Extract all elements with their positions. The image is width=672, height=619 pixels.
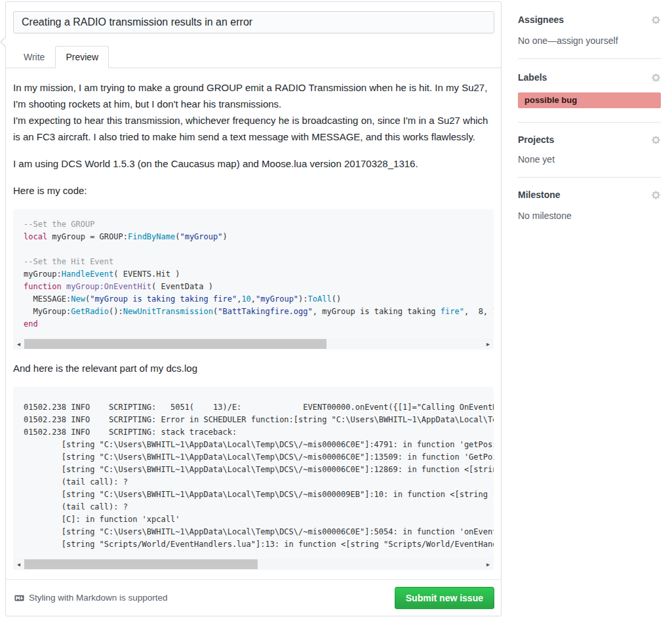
tab-write[interactable]: Write (13, 46, 55, 68)
lua-code: --Set the GROUPlocal myGroup = GROUP:Fin… (24, 218, 494, 330)
comment-box-caret-fill (1, 37, 6, 47)
paragraph-mission: In my mission, I am trying to make a gro… (13, 79, 494, 145)
preview-rendered-body: In my mission, I am trying to make a gro… (6, 68, 501, 570)
paragraph-code-intro: Here is my code: (13, 182, 494, 199)
sidebar-divider (518, 58, 661, 59)
issue-sidebar: Assignees No one—assign yourself Labels … (518, 0, 661, 221)
gear-icon[interactable] (651, 73, 661, 83)
assignees-title: Assignees (518, 14, 564, 25)
log-scrollbar-thumb[interactable] (24, 559, 258, 569)
write-preview-tabnav: WritePreview (6, 45, 501, 68)
markdown-supported-link[interactable]: Styling with Markdown is supported (14, 593, 168, 603)
dcs-log-block: 01502.238 INFO SCRIPTING: 5051( 13)/E: E… (13, 387, 494, 570)
assignees-value: No one—assign yourself (518, 35, 661, 46)
log-scrollbar-track[interactable] (24, 559, 483, 570)
scroll-left-arrow-icon[interactable]: ◂ (13, 338, 24, 349)
paragraph-versions: I am using DCS World 1.5.3 (on the Cauca… (13, 155, 494, 172)
assign-yourself-link[interactable]: assign yourself (557, 35, 618, 46)
scroll-left-arrow-icon[interactable]: ◂ (13, 559, 24, 570)
labels-section-header[interactable]: Labels (518, 72, 661, 83)
code-scrollbar-track[interactable] (24, 338, 483, 349)
paragraph-mission-line1: In my mission, I am trying to make a gro… (13, 82, 487, 110)
code-scrollbar-thumb[interactable] (24, 339, 326, 349)
issue-form-box: WritePreview In my mission, I am trying … (5, 1, 502, 616)
projects-section-header[interactable]: Projects (518, 134, 661, 145)
dcs-log-text: 01502.238 INFO SCRIPTING: 5051( 13)/E: E… (24, 401, 494, 551)
sidebar-divider (518, 122, 661, 123)
form-footer: Styling with Markdown is supported Submi… (6, 579, 501, 616)
assignees-no-one-text: No one— (518, 35, 557, 46)
milestone-section-header[interactable]: Milestone (518, 190, 661, 200)
assignees-section-header[interactable]: Assignees (518, 14, 661, 25)
sidebar-divider (518, 177, 661, 178)
gear-icon[interactable] (651, 190, 661, 200)
milestone-title: Milestone (518, 190, 561, 200)
paragraph-mission-line2: I'm expecting to hear this transmission,… (13, 115, 488, 142)
markdown-icon (14, 593, 25, 603)
milestone-value: No milestone (518, 210, 661, 221)
gear-icon[interactable] (651, 135, 661, 145)
submit-new-issue-button[interactable]: Submit new issue (395, 587, 494, 609)
code-horizontal-scrollbar[interactable]: ◂ ▸ (13, 338, 494, 349)
tab-preview[interactable]: Preview (55, 46, 109, 68)
labels-title: Labels (518, 72, 547, 83)
issue-title-input[interactable] (13, 11, 494, 33)
label-possible-bug: possible bug (518, 92, 661, 108)
projects-title: Projects (518, 134, 554, 145)
paragraph-log-intro: And here is the relevant part of my dcs.… (13, 360, 494, 376)
scroll-right-arrow-icon[interactable]: ▸ (483, 338, 494, 349)
gear-icon[interactable] (651, 15, 661, 25)
projects-value: None yet (518, 154, 661, 165)
scroll-right-arrow-icon[interactable]: ▸ (483, 559, 494, 570)
markdown-supported-label: Styling with Markdown is supported (29, 593, 168, 603)
lua-code-block: --Set the GROUPlocal myGroup = GROUP:Fin… (13, 209, 494, 349)
log-horizontal-scrollbar[interactable]: ◂ ▸ (13, 559, 494, 570)
